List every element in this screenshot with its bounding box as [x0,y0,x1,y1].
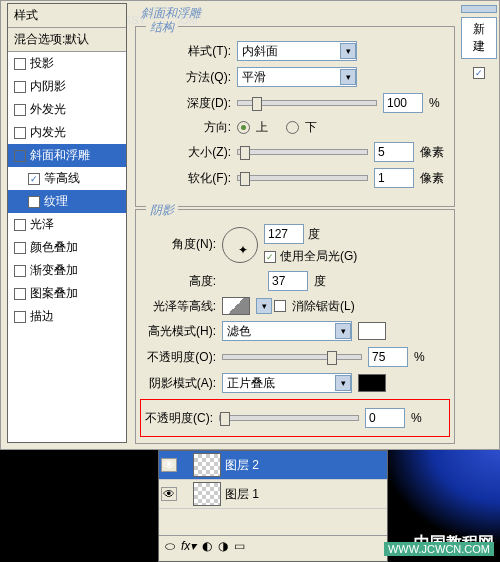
checkbox-icon[interactable] [14,104,26,116]
style-inner-shadow[interactable]: 内阴影 [8,75,126,98]
antialias-checkbox[interactable] [274,300,286,312]
direction-up-radio[interactable] [237,121,250,134]
checkbox-icon[interactable] [14,288,26,300]
size-unit: 像素 [420,144,444,161]
direction-down-radio[interactable] [286,121,299,134]
chevron-down-icon: ▾ [335,375,351,391]
soften-input[interactable] [374,168,414,188]
main-panel: 斜面和浮雕 结构 样式(T): 内斜面▾ 方法(Q): 平滑▾ 深度(D): %… [133,3,457,443]
shadow-mode-label: 阴影模式(A): [146,375,216,392]
highlight-mode-select[interactable]: 滤色▾ [222,321,352,341]
shadow-mode-select[interactable]: 正片叠底▾ [222,373,352,393]
highlight-color[interactable] [358,322,386,340]
highlight-opacity-slider[interactable] [222,354,362,360]
style-satin[interactable]: 光泽 [8,213,126,236]
checkbox-icon[interactable] [14,81,26,93]
style-outer-glow[interactable]: 外发光 [8,98,126,121]
checkbox-icon[interactable] [14,311,26,323]
sidebar-title: 样式 [8,4,126,28]
layer-thumbnail[interactable] [193,453,221,477]
visibility-icon[interactable]: 👁 [161,487,177,501]
style-drop-shadow[interactable]: 投影 [8,52,126,75]
altitude-label: 高度: [146,273,216,290]
preview-checkbox[interactable]: ✓ [473,67,485,79]
ok-button[interactable] [461,5,497,13]
style-stroke[interactable]: 描边 [8,305,126,328]
highlight-annotation: 不透明度(C): % [140,399,450,437]
direction-label: 方向: [146,119,231,136]
right-buttons: 新建 ✓ [459,1,499,441]
depth-input[interactable] [383,93,423,113]
method-label: 方法(Q): [146,69,231,86]
highlight-opacity-input[interactable] [368,347,408,367]
shadow-color[interactable] [358,374,386,392]
size-input[interactable] [374,142,414,162]
checkbox-icon[interactable] [14,265,26,277]
global-light-checkbox[interactable]: ✓ [264,251,276,263]
structure-fieldset: 结构 样式(T): 内斜面▾ 方法(Q): 平滑▾ 深度(D): % 方向: 上… [135,26,455,207]
chevron-down-icon: ▾ [340,43,356,59]
altitude-input[interactable] [268,271,308,291]
angle-widget[interactable]: ✦ [222,227,258,263]
shading-title: 阴影 [146,202,178,219]
chevron-down-icon[interactable]: ▾ [256,298,272,314]
contour-picker[interactable] [222,297,250,315]
styles-sidebar: 样式 混合选项:默认 投影 内阴影 外发光 内发光 ✓斜面和浮雕 ✓等高线 纹理… [7,3,127,443]
highlight-mode-label: 高光模式(H): [146,323,216,340]
structure-title: 结构 [146,19,178,36]
new-style-button[interactable]: 新建 [461,17,497,59]
layers-footer: ⬭ fx▾ ◐ ◑ ▭ [159,535,387,556]
watermark-url: WWW.JCWCN.COM [384,542,494,556]
layer-name: 图层 2 [225,457,259,474]
method-select[interactable]: 平滑▾ [237,67,357,87]
layer-name: 图层 1 [225,486,259,503]
adjustment-icon[interactable]: ◑ [218,539,228,553]
style-gradient-overlay[interactable]: 渐变叠加 [8,259,126,282]
checkbox-icon[interactable] [14,58,26,70]
folder-icon[interactable]: ▭ [234,539,245,553]
blending-options[interactable]: 混合选项:默认 [8,28,126,52]
layer-row[interactable]: 👁 图层 1 [159,480,387,509]
checkbox-icon[interactable] [14,219,26,231]
visibility-icon[interactable]: 👁 [161,458,177,472]
depth-unit: % [429,96,440,110]
checkbox-icon[interactable]: ✓ [28,173,40,185]
style-texture[interactable]: 纹理 [8,190,126,213]
style-inner-glow[interactable]: 内发光 [8,121,126,144]
link-icon[interactable]: ⬭ [165,539,175,553]
style-bevel-emboss[interactable]: ✓斜面和浮雕 [8,144,126,167]
checkbox-icon[interactable] [28,196,40,208]
layer-row[interactable]: 👁 图层 2 [159,451,387,480]
layer-style-dialog: 思缘设计论坛 WWW.MISSYUAN.COM 样式 混合选项:默认 投影 内阴… [0,0,500,450]
fx-icon[interactable]: fx▾ [181,539,196,553]
soften-label: 软化(F): [146,170,231,187]
depth-slider[interactable] [237,100,377,106]
checkbox-icon[interactable]: ✓ [14,150,26,162]
shadow-opacity-label: 不透明度(C): [143,410,213,427]
shadow-opacity-input[interactable] [365,408,405,428]
size-slider[interactable] [237,149,368,155]
layer-thumbnail[interactable] [193,482,221,506]
style-contour[interactable]: ✓等高线 [8,167,126,190]
style-label: 样式(T): [146,43,231,60]
mask-icon[interactable]: ◐ [202,539,212,553]
panel-title: 斜面和浮雕 [133,3,457,24]
highlight-opacity-label: 不透明度(O): [146,349,216,366]
angle-input[interactable] [264,224,304,244]
size-label: 大小(Z): [146,144,231,161]
style-pattern-overlay[interactable]: 图案叠加 [8,282,126,305]
depth-label: 深度(D): [146,95,231,112]
angle-label: 角度(N): [146,236,216,253]
shadow-opacity-slider[interactable] [219,415,359,421]
soften-unit: 像素 [420,170,444,187]
checkbox-icon[interactable] [14,127,26,139]
checkbox-icon[interactable] [14,242,26,254]
chevron-down-icon: ▾ [335,323,351,339]
soften-slider[interactable] [237,175,368,181]
chevron-down-icon: ▾ [340,69,356,85]
contour-label: 光泽等高线: [146,298,216,315]
layers-panel: 👁 图层 2 👁 图层 1 ⬭ fx▾ ◐ ◑ ▭ [158,450,388,562]
style-color-overlay[interactable]: 颜色叠加 [8,236,126,259]
style-select[interactable]: 内斜面▾ [237,41,357,61]
shading-fieldset: 阴影 角度(N): ✦ 度 ✓ 使用全局光(G) 高度: [135,209,455,444]
